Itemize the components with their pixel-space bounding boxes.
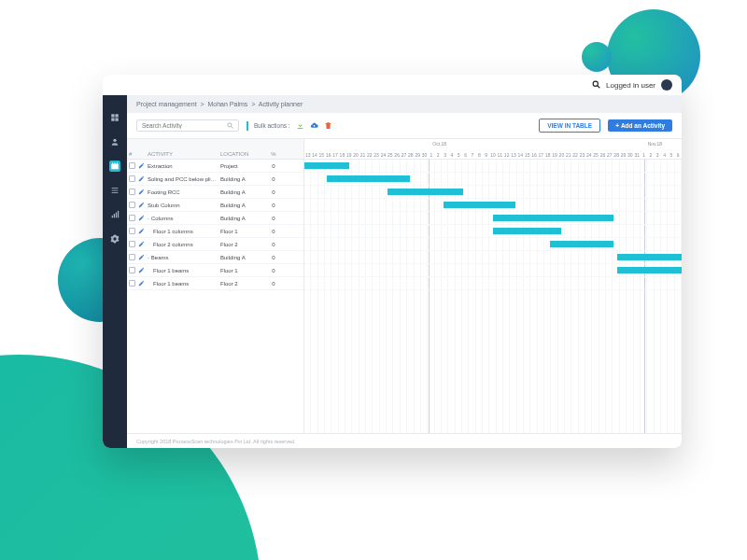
activity-percent: 0 bbox=[265, 268, 282, 273]
edit-icon[interactable] bbox=[138, 215, 145, 221]
svg-line-1 bbox=[598, 85, 600, 88]
day-cell: 9 bbox=[483, 152, 489, 158]
day-cell: 23 bbox=[373, 152, 379, 158]
edit-icon[interactable] bbox=[138, 175, 145, 182]
table-row[interactable]: Floor 1 beamsFloor 10 bbox=[127, 264, 303, 277]
svg-line-19 bbox=[231, 126, 233, 128]
download-icon[interactable] bbox=[296, 121, 304, 130]
day-cell: 18 bbox=[339, 152, 345, 158]
table-row[interactable]: Floor 1 columnsFloor 10 bbox=[127, 225, 303, 238]
gantt-bar[interactable] bbox=[493, 215, 613, 221]
footer: Copyright 2018 ProcessScan technologies … bbox=[127, 433, 682, 448]
row-checkbox[interactable] bbox=[129, 228, 135, 234]
row-checkbox[interactable] bbox=[129, 189, 135, 195]
day-cell: 2 bbox=[435, 152, 442, 158]
copyright: Copyright 2018 ProcessScan technologies … bbox=[136, 439, 296, 444]
activity-name: Soling and PCC below pli… bbox=[148, 176, 217, 182]
day-cell: 22 bbox=[366, 152, 373, 158]
gantt-row bbox=[304, 212, 682, 225]
edit-icon[interactable] bbox=[138, 228, 145, 234]
bulk-actions: Bulk actions : bbox=[247, 121, 332, 131]
activity-name: Floor 1 beams bbox=[153, 268, 189, 273]
day-cell: 6 bbox=[462, 152, 469, 158]
toolbar: Bulk actions : VIEW IN TABLE +Add an Act… bbox=[127, 113, 682, 138]
day-cell: 4 bbox=[661, 152, 668, 158]
edit-icon[interactable] bbox=[138, 254, 145, 260]
activity-location: Floor 1 bbox=[218, 229, 265, 234]
table-row[interactable]: Footing RCCBuilding A0 bbox=[127, 186, 303, 199]
edit-icon[interactable] bbox=[138, 267, 145, 273]
day-cell: 17 bbox=[538, 152, 544, 158]
day-cell: 30 bbox=[421, 152, 428, 158]
nav-dashboard-icon[interactable] bbox=[109, 112, 120, 123]
gantt-row bbox=[304, 186, 682, 199]
day-cell: 25 bbox=[387, 152, 393, 158]
day-cell: 17 bbox=[331, 152, 338, 158]
col-num: # bbox=[127, 151, 136, 157]
breadcrumb-1[interactable]: Project management bbox=[136, 101, 197, 107]
gantt-timeline-header: Oct,18 Nov,18 13141516171819202122232425… bbox=[304, 139, 682, 160]
gantt-bar[interactable] bbox=[617, 254, 682, 260]
table-row[interactable]: -ColumnsBuilding A0 bbox=[127, 212, 303, 225]
nav-activity-planner-icon[interactable] bbox=[109, 161, 120, 172]
row-checkbox[interactable] bbox=[129, 254, 135, 260]
nav-user-icon[interactable] bbox=[109, 136, 120, 147]
day-cell: 15 bbox=[318, 152, 325, 158]
svg-rect-12 bbox=[112, 190, 119, 191]
day-cell: 27 bbox=[606, 152, 613, 158]
table-row[interactable]: Stub ColumnBuilding A0 bbox=[127, 199, 303, 212]
activity-percent: 0 bbox=[265, 281, 282, 287]
table-row[interactable]: ExtractionProject0 bbox=[127, 160, 303, 173]
bulk-label: Bulk actions : bbox=[254, 122, 290, 129]
nav-list-icon[interactable] bbox=[109, 185, 120, 196]
gantt-bar[interactable] bbox=[550, 241, 614, 247]
svg-rect-7 bbox=[111, 164, 119, 170]
row-checkbox[interactable] bbox=[129, 175, 135, 182]
edit-icon[interactable] bbox=[138, 189, 145, 195]
edit-icon[interactable] bbox=[138, 280, 145, 287]
edit-icon[interactable] bbox=[138, 241, 145, 247]
add-activity-button[interactable]: +Add an Activity bbox=[608, 119, 672, 132]
table-row[interactable]: Floor 1 beamsFloor 20 bbox=[127, 277, 303, 290]
day-cell: 14 bbox=[311, 152, 317, 158]
day-cell: 21 bbox=[359, 152, 366, 158]
activity-percent: 0 bbox=[265, 203, 282, 208]
breadcrumb-2[interactable]: Mohan Palms bbox=[207, 101, 247, 107]
day-cell: 26 bbox=[393, 152, 400, 158]
row-checkbox[interactable] bbox=[129, 162, 135, 169]
cloud-upload-icon[interactable] bbox=[310, 121, 318, 130]
add-activity-label: Add an Activity bbox=[621, 122, 665, 129]
svg-point-0 bbox=[593, 81, 598, 86]
table-row[interactable]: -BeamsBuilding A0 bbox=[127, 251, 303, 264]
row-checkbox[interactable] bbox=[129, 241, 135, 247]
delete-icon[interactable] bbox=[324, 121, 332, 130]
tree-toggle[interactable]: - bbox=[148, 216, 149, 221]
search-input[interactable] bbox=[142, 122, 227, 129]
gantt-bar[interactable] bbox=[617, 267, 682, 273]
gantt-row bbox=[304, 264, 682, 277]
search-icon[interactable] bbox=[592, 80, 600, 91]
gantt-bar[interactable] bbox=[304, 162, 349, 169]
search-activity[interactable] bbox=[136, 119, 239, 132]
tree-toggle[interactable]: - bbox=[148, 255, 149, 260]
gantt-bar[interactable] bbox=[388, 189, 463, 195]
row-checkbox[interactable] bbox=[129, 267, 135, 273]
gantt-bar[interactable] bbox=[493, 228, 561, 234]
day-cell: 28 bbox=[407, 152, 414, 158]
gantt-bar[interactable] bbox=[327, 175, 410, 182]
nav-settings-icon[interactable] bbox=[109, 233, 120, 245]
day-cell: 7 bbox=[469, 152, 475, 158]
edit-icon[interactable] bbox=[138, 162, 145, 169]
row-checkbox[interactable] bbox=[129, 215, 135, 221]
day-cell: 3 bbox=[442, 152, 448, 158]
edit-icon[interactable] bbox=[138, 202, 145, 208]
gantt-row bbox=[304, 160, 682, 173]
nav-reports-icon[interactable] bbox=[109, 209, 120, 220]
row-checkbox[interactable] bbox=[129, 202, 135, 208]
row-checkbox[interactable] bbox=[129, 280, 135, 287]
view-in-table-button[interactable]: VIEW IN TABLE bbox=[539, 119, 600, 133]
table-row[interactable]: Soling and PCC below pli…Building A0 bbox=[127, 173, 303, 186]
user-avatar[interactable] bbox=[661, 79, 672, 91]
table-row[interactable]: Floor 2 columnsFloor 20 bbox=[127, 238, 303, 251]
gantt-bar[interactable] bbox=[444, 202, 515, 208]
